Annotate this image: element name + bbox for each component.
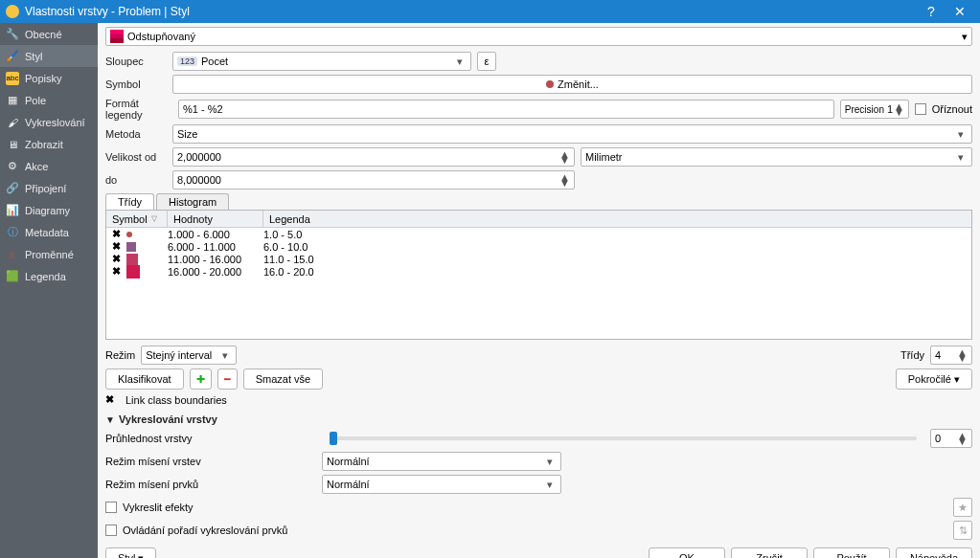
slider-thumb[interactable] <box>330 432 337 445</box>
mode-value: Stejný interval <box>146 349 212 361</box>
ok-button[interactable]: OK <box>649 547 725 558</box>
enabled-check-icon[interactable]: ✖ <box>112 265 121 278</box>
size-to-value: 8,000000 <box>177 174 221 186</box>
transparency-slider[interactable] <box>330 436 917 440</box>
monitor-icon: 🖥 <box>6 138 19 151</box>
sidebar-item-style[interactable]: 🖌️Styl <box>0 45 98 67</box>
transparency-spinner[interactable]: 0 ▲▼ <box>930 429 972 448</box>
sidebar-item-label: Připojení <box>25 183 66 194</box>
sidebar-item-variables[interactable]: εProměnné <box>0 243 98 265</box>
control-order-checkbox[interactable] <box>105 525 117 536</box>
blend-feature-label: Režim mísení prvků <box>105 479 316 490</box>
sidebar-item-diagrams[interactable]: 📊Diagramy <box>0 199 98 221</box>
precision-spinner[interactable]: Precision 1 ▲▼ <box>840 100 909 119</box>
symbol-preview-icon <box>546 80 554 88</box>
graduated-icon <box>110 30 124 43</box>
trim-checkbox[interactable] <box>915 103 926 115</box>
table-row[interactable]: ✖16.000 - 20.00016.0 - 20.0 <box>106 265 971 278</box>
link-check-icon[interactable]: ✖ <box>105 393 114 406</box>
info-icon: ⓘ <box>6 226 19 239</box>
classify-button[interactable]: Klasifikovat <box>105 368 184 390</box>
expression-button[interactable]: ε <box>477 52 496 71</box>
table-row[interactable]: ✖6.000 - 11.0006.0 - 10.0 <box>106 240 971 253</box>
draw-effects-checkbox[interactable] <box>105 502 117 513</box>
blend-layer-select[interactable]: Normální ▾ <box>322 452 561 471</box>
help-button[interactable]: ? <box>917 4 946 19</box>
method-label: Metoda <box>105 128 167 140</box>
renderer-type-select[interactable]: Odstupňovaný ▾ <box>105 27 972 46</box>
help-button[interactable]: Nápověda <box>896 547 972 558</box>
gear-icon: ⚙ <box>6 160 19 173</box>
link-boundaries-label: Link class boundaries <box>125 394 227 406</box>
titlebar: Vlastnosti vrstvy - Problem | Styl ? ✕ <box>0 0 980 23</box>
method-select[interactable]: Size ▾ <box>172 124 972 144</box>
symbol-preview-icon <box>126 265 140 279</box>
symbol-preview-icon <box>126 254 138 265</box>
table-row[interactable]: ✖1.000 - 6.0001.0 - 5.0 <box>106 228 971 240</box>
sidebar-item-labels[interactable]: abcPopisky <box>0 67 98 89</box>
grid-header-legend[interactable]: Legenda <box>263 211 971 227</box>
close-button[interactable]: ✕ <box>946 4 974 19</box>
grid-header-values[interactable]: Hodnoty <box>168 211 263 227</box>
grid-header-symbol[interactable]: Symbol▽ <box>106 211 168 227</box>
sidebar-item-legend[interactable]: 🟩Legenda <box>0 265 98 287</box>
link-icon: 🔗 <box>6 182 19 195</box>
classes-grid: Symbol▽ Hodnoty Legenda ✖1.000 - 6.0001.… <box>105 210 972 340</box>
sidebar-item-rendering[interactable]: 🖌Vykreslování <box>0 111 98 133</box>
advanced-button[interactable]: Pokročilé ▾ <box>896 368 972 390</box>
sidebar-item-label: Pole <box>25 95 46 106</box>
sidebar-item-label: Obecné <box>25 29 62 40</box>
table-icon: ▦ <box>6 94 19 107</box>
tab-histogram[interactable]: Histogram <box>156 193 229 210</box>
sidebar-item-general[interactable]: 🔧Obecné <box>0 23 98 45</box>
spinner-arrows-icon: ▲▼ <box>559 174 570 186</box>
method-value: Size <box>177 128 197 140</box>
table-row[interactable]: ✖11.000 - 16.00011.0 - 15.0 <box>106 253 971 265</box>
delete-all-button[interactable]: Smazat vše <box>243 368 323 390</box>
layer-rendering-header[interactable]: ▼ Vykreslování vrstvy <box>105 413 972 425</box>
size-unit-select[interactable]: Milimetr ▾ <box>581 147 972 167</box>
sidebar-item-metadata[interactable]: ⓘMetadata <box>0 221 98 243</box>
blend-feature-value: Normální <box>327 479 370 490</box>
size-from-value: 2,000000 <box>177 151 221 163</box>
mode-label: Režim <box>105 349 135 361</box>
brush-icon: 🖌️ <box>6 50 19 63</box>
legend-icon: 🟩 <box>6 270 19 283</box>
symbol-change-button[interactable]: Změnit... <box>172 75 972 94</box>
sidebar-item-actions[interactable]: ⚙Akce <box>0 155 98 177</box>
enabled-check-icon[interactable]: ✖ <box>112 240 121 253</box>
sort-icon: ⇅ <box>959 525 968 537</box>
legend-format-input[interactable]: %1 - %2 <box>178 100 834 119</box>
renderer-type-value: Odstupňovaný <box>127 31 195 42</box>
symbol-preview-icon <box>126 242 136 252</box>
sidebar-item-fields[interactable]: ▦Pole <box>0 89 98 111</box>
apply-button[interactable]: Použít <box>813 547 890 558</box>
effects-settings-button[interactable]: ★ <box>953 498 972 517</box>
size-to-label: do <box>105 174 167 186</box>
sidebar-item-label: Diagramy <box>25 205 70 216</box>
add-class-button[interactable]: ✚ <box>190 368 212 390</box>
epsilon-icon: ε <box>485 56 490 67</box>
star-icon: ★ <box>958 502 968 514</box>
remove-class-button[interactable]: ━ <box>217 368 238 390</box>
column-select[interactable]: 123 Pocet ▾ <box>172 52 471 71</box>
spinner-arrows-icon: ▲▼ <box>894 103 904 115</box>
column-value: Pocet <box>201 56 228 67</box>
size-from-spinner[interactable]: 2,000000 ▲▼ <box>172 147 575 167</box>
tab-classes[interactable]: Třídy <box>105 193 154 210</box>
chart-icon: 📊 <box>6 204 19 217</box>
size-from-label: Velikost od <box>105 151 167 163</box>
mode-select[interactable]: Stejný interval ▾ <box>141 346 237 365</box>
order-settings-button[interactable]: ⇅ <box>953 521 972 540</box>
enabled-check-icon[interactable]: ✖ <box>112 228 121 240</box>
blend-feature-select[interactable]: Normální ▾ <box>322 475 561 494</box>
sidebar-item-joins[interactable]: 🔗Připojení <box>0 177 98 199</box>
style-menu-button[interactable]: Styl ▾ <box>105 547 156 558</box>
sidebar-item-label: Metadata <box>25 227 69 238</box>
chevron-down-icon: ▾ <box>218 349 232 362</box>
size-to-spinner[interactable]: 8,000000 ▲▼ <box>172 170 575 190</box>
classes-count-spinner[interactable]: 4 ▲▼ <box>930 346 972 365</box>
sidebar-item-display[interactable]: 🖥Zobrazit <box>0 133 98 155</box>
cancel-button[interactable]: Zrušit <box>731 547 808 558</box>
enabled-check-icon[interactable]: ✖ <box>112 253 121 265</box>
